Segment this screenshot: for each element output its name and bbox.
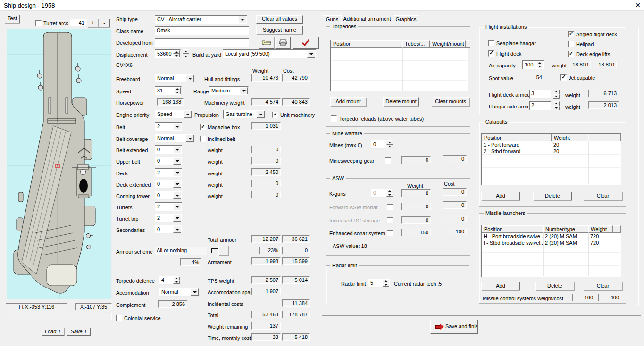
catapults-add-button[interactable]: Add [481,192,520,200]
dc-storage-checkbox[interactable] [387,217,393,223]
belt-select[interactable]: 2 [155,122,182,131]
missiles-clear-button[interactable]: Clear [584,282,622,290]
catapults-clear-button[interactable]: Clear [584,192,622,200]
chevron-down-icon[interactable] [173,146,181,153]
deck-select[interactable]: 2 [155,168,182,177]
minesweeping-gear-checkbox[interactable] [385,157,391,164]
tab-additional-armament[interactable]: Additional armament [341,14,393,25]
column-header[interactable]: Tubes/... [402,40,430,48]
secondaries-select[interactable]: 0 [155,225,182,234]
tab-guns[interactable]: Guns [323,15,342,25]
turret-arc-plus-button[interactable]: + [88,19,98,27]
column-header[interactable]: Position [331,40,402,48]
engine-priority-select[interactable]: Speed [155,110,192,119]
flight-deck-checkbox[interactable] [488,50,494,57]
radar-limit-stepper[interactable]: 5 [368,279,390,288]
close-icon[interactable]: ✕ [634,1,642,9]
chevron-down-icon[interactable] [173,181,181,188]
missiles-delete-button[interactable]: Delete [535,282,574,290]
flight-deck-armour-value[interactable]: 3 [529,90,551,99]
table-row[interactable]: 1 - Port forward 20 [482,141,621,148]
chevron-down-icon[interactable] [186,135,194,142]
column-header[interactable]: Weight [588,225,613,233]
turret-top-select[interactable]: 2 [155,214,182,222]
catapults-table[interactable]: Position Weight 1 - Port forward 20 2 - … [481,133,621,185]
angled-flight-deck-checkbox[interactable] [568,31,574,37]
turret-arcs-checkbox[interactable] [35,20,42,26]
chevron-down-icon[interactable] [173,123,181,130]
missile-launchers-table[interactable]: Position Number/type Weight H - Port bro… [481,225,621,277]
belt-extended-select[interactable]: 0 [155,145,182,154]
seaplane-hangar-checkbox[interactable] [488,40,494,46]
test-button[interactable]: Test [5,15,20,23]
table-row[interactable]: 2 - Stbd forward 20 [482,148,621,155]
column-header[interactable]: Number/type [543,225,588,233]
ship-type-select[interactable]: CV - Aircraft carrier [155,15,247,24]
clear-all-values-button[interactable]: Clear all values [256,15,303,24]
turret-arc-minus-button[interactable]: - [99,19,110,27]
unit-machinery-checkbox[interactable] [272,112,278,118]
speed-stepper[interactable]: 31 [155,86,182,95]
accept-design-button[interactable] [293,37,319,49]
chevron-down-icon[interactable] [257,111,265,118]
build-at-yard-select[interactable]: Local yard (59 500) [223,49,316,58]
displacement-stepper[interactable]: 53600 [155,49,181,58]
add-mount-button[interactable]: Add mount [330,97,366,106]
load-design-button[interactable] [259,37,274,49]
missiles-add-button[interactable]: Add [481,282,520,290]
chevron-down-icon[interactable] [173,192,181,199]
kguns-stepper[interactable]: 0 [371,189,394,198]
chevron-down-icon[interactable] [173,169,181,176]
displacement-fine-stepper[interactable] [183,49,189,58]
inclined-belt-checkbox[interactable] [200,136,206,142]
table-row[interactable]: I - Stbd broadside swivel... 2 (20) M SA… [482,239,621,246]
developed-from-input[interactable] [155,38,249,47]
chevron-down-icon[interactable] [173,214,181,222]
column-header[interactable]: Position [482,225,543,233]
deck-edge-lifts-checkbox[interactable] [568,51,574,57]
flight-deck-armour-stepper[interactable] [553,90,560,99]
torpedo-defence-stepper[interactable]: 4 [159,276,181,285]
chevron-down-icon[interactable] [238,16,246,23]
tab-graphics[interactable]: Graphics [393,15,419,25]
magazine-box-checkbox[interactable] [200,124,206,130]
conning-tower-select[interactable]: 0 [155,191,182,200]
chevron-down-icon[interactable] [173,157,181,165]
delete-mount-button[interactable]: Delete mount [383,97,419,106]
freeboard-select[interactable]: Normal [155,74,195,83]
turrets-select[interactable]: 2 [155,202,182,211]
chevron-down-icon[interactable] [173,203,181,210]
save-and-finish-button[interactable]: Save and finish [430,320,478,334]
upper-belt-select[interactable]: 0 [155,157,182,165]
chevron-down-icon[interactable] [240,87,248,94]
load-template-button[interactable]: Load T [42,328,64,336]
propulsion-select[interactable]: Gas turbine [223,110,266,119]
table-row[interactable]: H - Port broadside swive... 2 (20) M SAM… [482,233,621,239]
chevron-down-icon[interactable] [307,50,315,58]
column-header[interactable]: Weight/mount [430,40,466,48]
save-template-button[interactable]: Save T [67,328,91,336]
chevron-down-icon[interactable] [173,226,181,233]
sonar-checkbox[interactable] [387,230,393,236]
column-header[interactable]: Weight [552,134,588,141]
hangar-side-armour-stepper[interactable] [553,101,560,110]
belt-coverage-select[interactable]: Normal [155,134,195,143]
chevron-down-icon[interactable] [184,111,192,118]
torpedo-reloads-checkbox[interactable] [331,115,337,122]
suggest-name-button[interactable]: Suggest name [256,26,303,34]
chevron-down-icon[interactable] [191,288,199,296]
jet-capable-checkbox[interactable] [560,74,567,81]
column-header[interactable]: Position [482,134,552,141]
armour-scheme-button[interactable] [218,246,228,255]
clear-mounts-button[interactable]: Clear mounts [432,97,469,106]
deck-extended-select[interactable]: 0 [155,180,182,189]
asw-mortar-checkbox[interactable] [387,204,393,210]
ship-top-view[interactable] [7,29,112,299]
mines-stepper[interactable]: 0 [371,140,394,149]
print-button[interactable] [275,37,291,49]
air-capacity-stepper[interactable]: 100 [522,60,544,69]
hangar-side-armour-value[interactable]: 2 [529,101,551,110]
accomodation-select[interactable]: Normal [159,288,200,297]
catapults-delete-button[interactable]: Delete [533,192,572,200]
torpedo-mounts-table[interactable]: Position Tubes/... Weight/mount [330,40,468,91]
